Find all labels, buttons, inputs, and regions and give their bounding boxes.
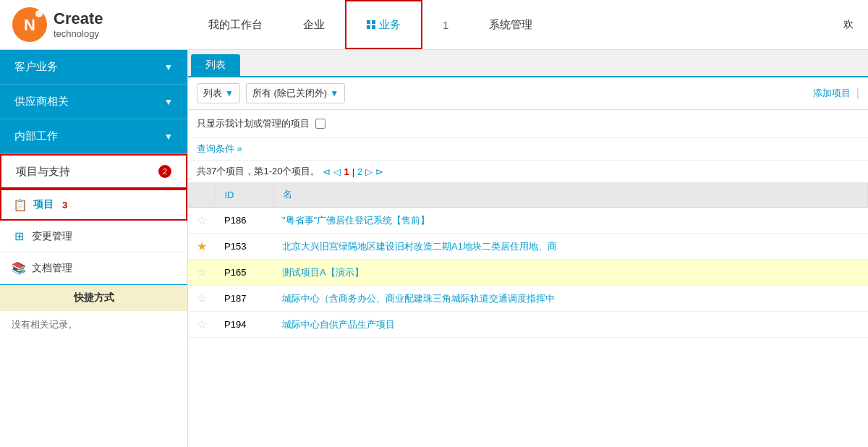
table-header-row: ID 名: [188, 182, 868, 208]
star-icon[interactable]: ☆: [197, 318, 207, 331]
star-cell[interactable]: ☆: [188, 260, 216, 286]
sidebar-sub-item-change[interactable]: ⊞ 变更管理: [0, 221, 187, 252]
col-header-name[interactable]: 名: [273, 182, 868, 208]
logo-area: N Create technology: [0, 7, 188, 43]
chevron-down-icon: ▼: [164, 97, 173, 107]
add-item-link[interactable]: 添加项目: [813, 87, 851, 100]
name-cell: 城际中心自供产品生产项目: [273, 312, 868, 338]
chevron-down-icon: ▼: [164, 132, 173, 142]
name-cell: 北京大兴旧宫绿隔地区建设旧村改造二期A1地块二类居住用地、商: [273, 234, 868, 260]
table-row: ☆P194城际中心自供产品生产项目: [188, 312, 868, 338]
logo-icon: N: [12, 7, 48, 43]
chevron-down-icon: ▼: [330, 88, 339, 98]
star-cell[interactable]: ☆: [188, 208, 216, 234]
project-support-badge: 2: [158, 165, 171, 178]
col-header-id[interactable]: ID: [216, 182, 273, 208]
pagination-row: 共37个项目，第1-20个项目。 ⊲ ◁ 1 | 2 ▷ ⊳: [188, 161, 868, 182]
sidebar-sub-item-project[interactable]: 📋 项目 3: [0, 189, 187, 221]
nav-workbench[interactable]: 我的工作台: [188, 0, 283, 49]
table-row: ★P153北京大兴旧宫绿隔地区建设旧村改造二期A1地块二类居住用地、商: [188, 234, 868, 260]
chevron-down-icon: ▼: [225, 88, 234, 98]
content-area: 列表 列表 ▼ 所有 (除已关闭外) ▼ 添加项目 | 只显示我计划或管理的项目: [188, 50, 868, 447]
query-row: 查询条件 »: [188, 138, 868, 161]
nav-company[interactable]: 企业: [283, 0, 345, 49]
nav-business[interactable]: 业务: [345, 0, 422, 49]
logo-technology: technology: [54, 28, 103, 40]
name-cell: "粤省事"广佛居住登记系统【售前】: [273, 208, 868, 234]
filter-select[interactable]: 所有 (除已关闭外) ▼: [246, 83, 345, 103]
main-nav: 我的工作台 企业 业务 1 系统管理: [188, 0, 843, 49]
table-row: ☆P186"粤省事"广佛居住登记系统【售前】: [188, 208, 868, 234]
query-link[interactable]: 查询条件 »: [197, 143, 242, 154]
sidebar-item-customer[interactable]: 客户业务 ▼: [0, 50, 187, 85]
table-row: ☆P187城际中心（含商务办公、商业配建珠三角城际轨道交通调度指挥中: [188, 286, 868, 312]
tab-list[interactable]: 列表: [191, 54, 240, 76]
filter-checkbox[interactable]: [315, 119, 326, 129]
view-select[interactable]: 列表 ▼: [197, 83, 240, 103]
star-icon[interactable]: ☆: [197, 214, 207, 226]
welcome-text: 欢: [843, 18, 868, 31]
filter-row: 只显示我计划或管理的项目: [188, 110, 868, 138]
table-row: ☆P165测试项目A【演示】: [188, 260, 868, 286]
document-icon: 📚: [12, 261, 26, 276]
project-link[interactable]: 城际中心（含商务办公、商业配建珠三角城际轨道交通调度指挥中: [282, 293, 555, 304]
sidebar-item-supplier[interactable]: 供应商相关 ▼: [0, 85, 187, 119]
id-cell: P165: [216, 260, 273, 286]
page-2[interactable]: 2: [357, 166, 362, 177]
project-link[interactable]: "粤省事"广佛居住登记系统【售前】: [282, 215, 430, 226]
filter-label: 只显示我计划或管理的项目: [197, 117, 310, 130]
star-icon[interactable]: ★: [197, 240, 207, 252]
col-header-star: [188, 182, 216, 208]
shortcut-header: 快捷方式: [0, 285, 187, 311]
project-link[interactable]: 测试项目A【演示】: [282, 267, 364, 278]
star-cell[interactable]: ☆: [188, 286, 216, 312]
sidebar-item-project-support[interactable]: 项目与支持 2: [0, 154, 187, 189]
project-link[interactable]: 城际中心自供产品生产项目: [282, 319, 395, 330]
id-cell: P187: [216, 286, 273, 312]
logo-text: Create technology: [54, 9, 103, 40]
sidebar: 客户业务 ▼ 供应商相关 ▼ 内部工作 ▼ 项目与支持 2 📋 项目 3 ⊞ 变…: [0, 50, 188, 447]
sidebar-sub-item-document[interactable]: 📚 文档管理: [0, 252, 187, 284]
content-tabs: 列表: [188, 50, 868, 77]
nav-sysadmin[interactable]: 系统管理: [469, 0, 553, 49]
star-icon[interactable]: ☆: [197, 266, 207, 278]
change-icon: ⊞: [12, 229, 26, 244]
project-icon: 📋: [13, 197, 27, 212]
id-cell: P153: [216, 234, 273, 260]
svg-text:N: N: [24, 16, 35, 34]
main-container: 客户业务 ▼ 供应商相关 ▼ 内部工作 ▼ 项目与支持 2 📋 项目 3 ⊞ 变…: [0, 50, 868, 447]
star-cell[interactable]: ★: [188, 234, 216, 260]
logo-create: Create: [54, 9, 103, 28]
id-cell: P194: [216, 312, 273, 338]
shortcut-empty: 没有相关记录。: [0, 311, 187, 339]
content-toolbar: 列表 ▼ 所有 (除已关闭外) ▼ 添加项目 |: [188, 77, 868, 110]
project-badge: 3: [62, 200, 67, 210]
star-cell[interactable]: ☆: [188, 312, 216, 338]
page-last[interactable]: ⊳: [375, 166, 383, 177]
page-prev[interactable]: ◁: [333, 166, 341, 177]
svg-point-2: [35, 10, 43, 17]
name-cell: 城际中心（含商务办公、商业配建珠三角城际轨道交通调度指挥中: [273, 286, 868, 312]
project-link[interactable]: 北京大兴旧宫绿隔地区建设旧村改造二期A1地块二类居住用地、商: [282, 241, 557, 252]
nav-badge: 1: [422, 0, 469, 49]
id-cell: P186: [216, 208, 273, 234]
toolbar-separator: |: [856, 87, 859, 100]
page-first[interactable]: ⊲: [323, 166, 331, 177]
header: N Create technology 我的工作台 企业 业务 1 系统管理 欢: [0, 0, 868, 50]
data-table: ID 名 ☆P186"粤省事"广佛居住登记系统【售前】★P153北京大兴旧宫绿隔…: [188, 182, 868, 338]
grid-icon: [367, 20, 375, 29]
name-cell: 测试项目A【演示】: [273, 260, 868, 286]
page-1[interactable]: 1: [344, 166, 349, 177]
table-wrapper: ID 名 ☆P186"粤省事"广佛居住登记系统【售前】★P153北京大兴旧宫绿隔…: [188, 182, 868, 447]
page-next[interactable]: ▷: [365, 166, 373, 177]
sidebar-item-internal[interactable]: 内部工作 ▼: [0, 119, 187, 154]
chevron-down-icon: ▼: [164, 62, 173, 72]
star-icon[interactable]: ☆: [197, 292, 207, 305]
